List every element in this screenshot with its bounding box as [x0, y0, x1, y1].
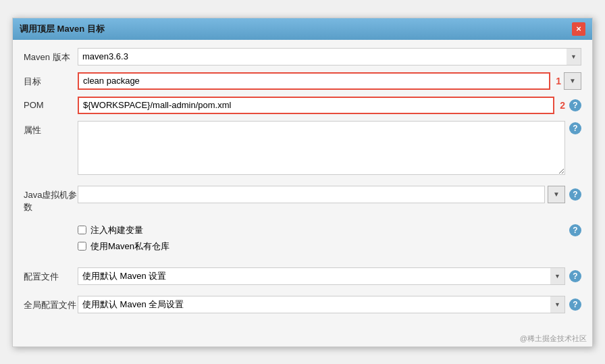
private-repo-checkbox[interactable] [78, 242, 86, 251]
dialog-title-bar: 调用顶层 Maven 目标 × [13, 18, 592, 40]
inject-vars-label: 注入构建变量 [90, 224, 143, 236]
target-label: 目标 [24, 72, 78, 88]
config-help-icon[interactable]: ? [569, 270, 581, 282]
maven-version-select[interactable]: maven3.6.3 [78, 48, 581, 66]
target-row: 目标 1 ▼ [24, 72, 581, 90]
properties-row: 属性 ? [24, 121, 581, 175]
maven-version-label: Maven 版本 [24, 48, 78, 63]
jvm-label: Java虚拟机参数 [24, 186, 78, 213]
jvm-dropdown-button[interactable]: ▼ [548, 186, 565, 203]
properties-label: 属性 [24, 121, 78, 136]
maven-version-row: Maven 版本 maven3.6.3 ▼ [24, 48, 581, 66]
target-badge: 1 [556, 76, 561, 86]
global-config-label: 全局配置文件 [24, 296, 78, 311]
global-config-field: 使用默认 Maven 全局设置 ▼ ? [78, 296, 581, 313]
config-select[interactable]: 使用默认 Maven 设置 [78, 267, 565, 285]
checkboxes-row: 注入构建变量 使用Maven私有仓库 ? [24, 224, 581, 257]
inject-vars-row: 注入构建变量 [78, 224, 565, 236]
pom-input[interactable] [78, 97, 554, 114]
checkboxes-help-icon[interactable]: ? [569, 224, 581, 236]
dialog-title: 调用顶层 Maven 目标 [20, 23, 105, 35]
pom-row: POM 2 ? [24, 97, 581, 114]
global-config-help-icon[interactable]: ? [569, 298, 581, 311]
target-field: 1 ▼ [78, 72, 581, 90]
config-field: 使用默认 Maven 设置 ▼ ? [78, 267, 581, 285]
jvm-help-icon[interactable]: ? [569, 188, 581, 201]
private-repo-row: 使用Maven私有仓库 [78, 240, 565, 253]
maven-version-select-wrapper: maven3.6.3 ▼ [78, 48, 581, 66]
maven-version-field: maven3.6.3 ▼ [78, 48, 581, 66]
checkboxes-spacer [24, 224, 78, 228]
properties-help-icon[interactable]: ? [569, 122, 581, 134]
config-select-wrapper: 使用默认 Maven 设置 ▼ [78, 267, 565, 285]
close-button[interactable]: × [572, 22, 585, 36]
dialog-body: Maven 版本 maven3.6.3 ▼ 目标 1 ▼ POM [13, 40, 592, 331]
jvm-field: ▼ ? [78, 186, 581, 203]
watermark: @稀土掘金技术社区 [13, 331, 592, 346]
properties-textarea[interactable] [78, 121, 565, 175]
target-input[interactable] [78, 72, 550, 90]
global-config-select[interactable]: 使用默认 Maven 全局设置 [78, 296, 565, 313]
config-row: 配置文件 使用默认 Maven 设置 ▼ ? [24, 267, 581, 285]
pom-field: 2 ? [78, 97, 581, 114]
pom-badge: 2 [560, 100, 565, 111]
pom-help-icon[interactable]: ? [569, 99, 581, 111]
properties-field [78, 121, 565, 175]
config-label: 配置文件 [24, 267, 78, 283]
inject-vars-checkbox[interactable] [78, 226, 86, 234]
jvm-input[interactable] [78, 186, 545, 203]
target-dropdown-button[interactable]: ▼ [564, 72, 581, 90]
private-repo-label: 使用Maven私有仓库 [90, 240, 169, 253]
jvm-row: Java虚拟机参数 ▼ ? [24, 186, 581, 213]
global-config-select-wrapper: 使用默认 Maven 全局设置 ▼ [78, 296, 565, 313]
checkboxes-container: 注入构建变量 使用Maven私有仓库 [78, 224, 565, 257]
global-config-row: 全局配置文件 使用默认 Maven 全局设置 ▼ ? [24, 296, 581, 313]
pom-label: POM [24, 97, 78, 110]
maven-dialog: 调用顶层 Maven 目标 × Maven 版本 maven3.6.3 ▼ 目标… [12, 18, 593, 347]
